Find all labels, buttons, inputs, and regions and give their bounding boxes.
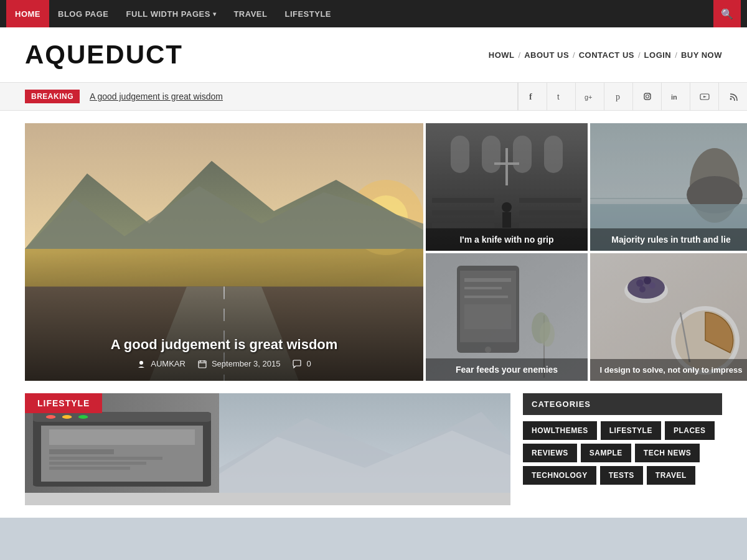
category-tag-tech-news[interactable]: TECH NEWS xyxy=(635,444,700,462)
svg-text:in: in xyxy=(671,93,677,101)
svg-point-5 xyxy=(646,95,649,98)
category-tag-howlthemes[interactable]: HOWLTHEMES xyxy=(523,421,597,440)
top-navigation: HOME BLOG PAGE FULL WIDTH PAGES ▾ TRAVEL… xyxy=(0,0,747,27)
nav-full-width[interactable]: FULL WIDTH PAGES ▾ xyxy=(118,0,225,27)
article-fear-feeds[interactable]: Fear feeds your enemies xyxy=(426,253,588,381)
nav-travel[interactable]: TRAVEL xyxy=(225,0,276,27)
header-nav-about[interactable]: ABOUT US xyxy=(524,50,569,60)
nav-separator-4: / xyxy=(675,50,677,60)
svg-rect-77 xyxy=(49,429,195,445)
nav-blog-page[interactable]: BLOG PAGE xyxy=(49,0,118,27)
rss-icon[interactable] xyxy=(718,82,747,111)
dropdown-arrow-icon: ▾ xyxy=(213,11,217,17)
header-nav-contact[interactable]: CONTACT US xyxy=(579,50,634,60)
featured-main-article[interactable]: A good judgement is great wisdom AUMKAR … xyxy=(25,123,423,381)
featured-comments: 0 xyxy=(293,359,311,368)
categories-title: CATEGORIES xyxy=(523,393,722,415)
article-title-design: I design to solve, not only to impress xyxy=(590,359,747,381)
featured-meta: AUMKAR September 3, 2015 0 xyxy=(25,359,423,368)
article-title-fear: Fear feeds your enemies xyxy=(426,358,588,381)
svg-marker-9 xyxy=(703,96,707,98)
header-nav-buy[interactable]: BUY NOW xyxy=(681,50,722,60)
social-icons-bar: f t g+ p in xyxy=(517,82,747,111)
svg-rect-78 xyxy=(49,449,114,454)
article-majority-rules[interactable]: Majority rules in truth and lie xyxy=(590,123,747,251)
category-tag-reviews[interactable]: REVIEWS xyxy=(523,444,577,462)
lifestyle-card[interactable]: LIFESTYLE xyxy=(25,393,510,505)
article-knife-no-grip[interactable]: I'm a knife with no grip xyxy=(426,123,588,251)
search-button[interactable]: 🔍 xyxy=(713,0,741,27)
lifestyle-label: LIFESTYLE xyxy=(25,393,102,413)
linkedin-icon[interactable]: in xyxy=(661,82,690,111)
pinterest-icon[interactable]: p xyxy=(604,82,632,111)
svg-text:p: p xyxy=(616,92,620,101)
google-plus-icon[interactable]: g+ xyxy=(575,82,604,111)
svg-rect-81 xyxy=(49,467,130,470)
header-nav-login[interactable]: LOGIN xyxy=(644,50,672,60)
breaking-link[interactable]: A good judgement is great wisdom xyxy=(90,91,517,101)
search-icon: 🔍 xyxy=(721,8,733,20)
category-tag-places[interactable]: PLACES xyxy=(665,421,715,440)
svg-rect-79 xyxy=(49,457,162,460)
featured-grid: A good judgement is great wisdom AUMKAR … xyxy=(25,123,722,381)
featured-title: A good judgement is great wisdom xyxy=(25,337,423,353)
nav-separator-2: / xyxy=(573,50,575,60)
featured-caption: A good judgement is great wisdom AUMKAR … xyxy=(25,337,423,368)
svg-rect-72 xyxy=(33,412,211,422)
header-navigation: HOWL / ABOUT US / CONTACT US / LOGIN / B… xyxy=(489,50,722,60)
facebook-icon[interactable]: f xyxy=(518,82,547,111)
svg-point-10 xyxy=(730,98,731,100)
youtube-icon[interactable] xyxy=(690,82,718,111)
category-tag-tests[interactable]: TESTS xyxy=(600,466,643,485)
site-header: AQUEDUCT HOWL / ABOUT US / CONTACT US / … xyxy=(0,27,747,82)
twitter-icon[interactable]: t xyxy=(547,82,575,111)
category-tag-sample[interactable]: SAMPLE xyxy=(581,444,631,462)
svg-point-75 xyxy=(78,415,88,419)
instagram-icon[interactable] xyxy=(632,82,661,111)
svg-point-6 xyxy=(649,94,650,95)
article-design-solve[interactable]: I design to solve, not only to impress xyxy=(590,253,747,381)
categories-tags: HOWLTHEMESLIFESTYLEPLACESREVIEWSSAMPLETE… xyxy=(523,421,722,485)
nav-home[interactable]: HOME xyxy=(6,0,49,27)
nav-separator-1: / xyxy=(519,50,521,60)
svg-point-73 xyxy=(46,415,56,419)
site-logo: AQUEDUCT xyxy=(25,40,183,70)
svg-text:g+: g+ xyxy=(585,93,593,101)
svg-point-74 xyxy=(62,415,72,419)
bottom-section: LIFESTYLE xyxy=(25,393,722,505)
svg-point-21 xyxy=(139,361,143,365)
breaking-label: BREAKING xyxy=(25,90,80,103)
category-tag-technology[interactable]: TECHNOLOGY xyxy=(523,466,596,485)
sidebar: CATEGORIES HOWLTHEMESLIFESTYLEPLACESREVI… xyxy=(523,393,722,505)
breaking-bar: BREAKING A good judgement is great wisdo… xyxy=(0,82,747,111)
svg-text:f: f xyxy=(529,92,532,101)
article-title-knife: I'm a knife with no grip xyxy=(426,228,588,251)
header-nav-howl[interactable]: HOWL xyxy=(489,50,515,60)
article-title-majority: Majority rules in truth and lie xyxy=(590,228,747,251)
category-tag-lifestyle[interactable]: LIFESTYLE xyxy=(601,421,661,440)
svg-rect-22 xyxy=(199,361,206,368)
main-content: A good judgement is great wisdom AUMKAR … xyxy=(0,111,747,518)
svg-text:t: t xyxy=(557,92,560,101)
svg-rect-80 xyxy=(49,462,146,465)
nav-separator-3: / xyxy=(638,50,641,60)
category-tag-travel[interactable]: TRAVEL xyxy=(647,466,695,485)
categories-section: CATEGORIES HOWLTHEMESLIFESTYLEPLACESREVI… xyxy=(523,393,722,485)
nav-lifestyle[interactable]: LIFESTYLE xyxy=(276,0,340,27)
featured-author: AUMKAR xyxy=(137,359,186,368)
featured-date: September 3, 2015 xyxy=(198,359,281,368)
